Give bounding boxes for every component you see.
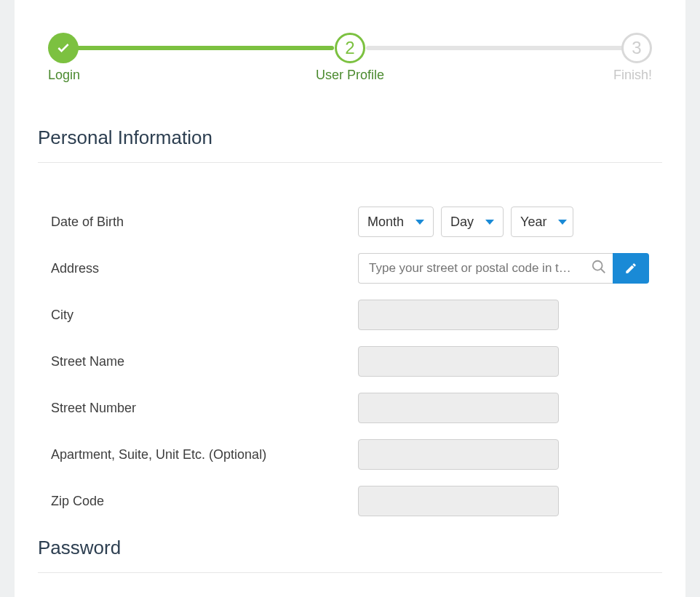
step-3-circle: 3 — [621, 33, 652, 63]
street-number-input — [358, 393, 559, 423]
pencil-icon — [624, 262, 637, 275]
step-3-label: Finish! — [450, 68, 652, 83]
progress-bar-complete — [65, 46, 334, 50]
dob-day-select[interactable]: Day — [441, 207, 504, 237]
step-2-circle: 2 — [335, 33, 365, 63]
chevron-down-icon — [415, 220, 424, 225]
street-name-input — [358, 346, 559, 377]
address-search-input[interactable] — [358, 253, 613, 284]
dob-month-select[interactable]: Month — [358, 207, 434, 237]
chevron-down-icon — [485, 220, 494, 225]
progress-bar-remaining — [366, 46, 635, 50]
dob-label: Date of Birth — [38, 215, 358, 230]
dob-year-value: Year — [520, 215, 546, 230]
zip-label: Zip Code — [38, 494, 358, 509]
dob-day-value: Day — [450, 215, 474, 230]
chevron-down-icon — [558, 220, 567, 225]
step-1-label: Login — [48, 68, 250, 83]
step-1-circle — [48, 33, 79, 63]
city-label: City — [38, 308, 358, 323]
step-3-number: 3 — [632, 38, 641, 58]
address-edit-button[interactable] — [613, 253, 649, 284]
address-label: Address — [38, 261, 358, 276]
street-name-label: Street Name — [38, 354, 358, 369]
divider — [38, 572, 662, 573]
step-2-number: 2 — [345, 38, 354, 58]
city-input — [358, 300, 559, 330]
apartment-label: Apartment, Suite, Unit Etc. (Optional) — [38, 447, 358, 462]
progress-stepper: 2 3 — [15, 33, 685, 63]
dob-month-value: Month — [367, 215, 404, 230]
section-personal-info-heading: Personal Information — [38, 127, 662, 149]
zip-input — [358, 486, 559, 516]
apartment-input — [358, 439, 559, 470]
street-number-label: Street Number — [38, 401, 358, 416]
divider — [38, 162, 662, 163]
section-password-heading: Password — [38, 537, 662, 559]
check-icon — [56, 41, 71, 55]
dob-year-select[interactable]: Year — [511, 207, 573, 237]
step-2-label: User Profile — [250, 68, 451, 83]
